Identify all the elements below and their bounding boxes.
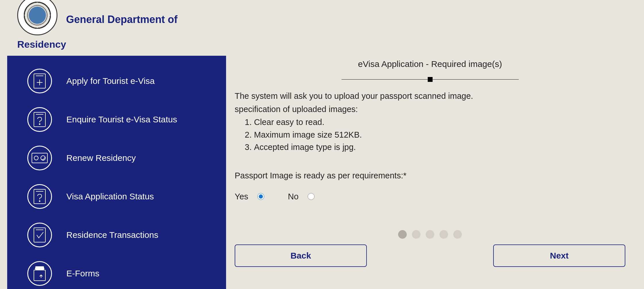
spec-list: Clear easy to read. Maximum image size 5… [245,116,625,154]
sidebar-item-label: Residence Transactions [66,230,158,240]
intro-line-2: specification of uploaded images: [235,103,625,116]
svg-point-6 [39,124,40,125]
button-row: Back Next [235,244,625,267]
id-card-renew-icon [27,146,52,170]
spec-item: Clear easy to read. [245,116,625,129]
svg-point-8 [34,156,38,160]
sidebar-item-enquire-visa[interactable]: Enquire Tourist e-Visa Status [27,107,226,132]
header-title: General Department of [66,14,178,26]
sidebar-item-eforms[interactable]: e-Forms E-Forms [27,261,226,286]
intro-line-1: The system will ask you to upload your p… [235,90,625,103]
step-dot [412,230,421,239]
form-title: eVisa Application - Required image(s) [235,59,625,69]
sidebar: Apply for Tourist e-Visa Enquire Tourist… [7,56,226,289]
radio-yes[interactable] [257,193,264,200]
spec-item: Accepted image type is jpg. [245,141,625,154]
step-dot [426,230,434,239]
sidebar-item-apply-visa[interactable]: Apply for Tourist e-Visa [27,69,226,93]
eforms-document-icon: e-Forms [27,261,52,286]
svg-text:e-Forms: e-Forms [35,267,44,270]
plus-document-icon [27,69,52,93]
svg-rect-15 [34,270,45,281]
sidebar-item-label: Renew Residency [66,153,136,163]
back-button[interactable]: Back [235,244,367,267]
spec-item: Maximum image size 512KB. [245,129,625,141]
radio-no[interactable] [308,193,315,200]
stepper [235,230,625,239]
check-document-icon [27,223,52,247]
step-dot [453,230,462,239]
header: General Department of [0,0,644,39]
question-document-icon [27,107,52,132]
next-button[interactable]: Next [493,244,625,267]
sidebar-item-label: E-Forms [66,269,99,278]
sidebar-item-residence-transactions[interactable]: Residence Transactions [27,223,226,247]
radio-label-no: No [288,192,298,201]
sidebar-item-visa-status[interactable]: Visa Application Status [27,184,226,209]
sidebar-item-label: Visa Application Status [66,192,154,201]
sidebar-item-label: Apply for Tourist e-Visa [66,76,155,86]
svg-point-12 [39,201,40,202]
header-subtitle: Residency [0,39,644,56]
question-document-icon [27,184,52,209]
confirm-label: Passport Image is ready as per requireme… [235,171,625,180]
radio-group: Yes No [235,192,625,201]
step-dot [439,230,448,239]
department-emblem-icon [17,0,57,35]
main-content: eVisa Application - Required image(s) Th… [226,56,640,289]
sidebar-item-label: Enquire Tourist e-Visa Status [66,115,177,124]
sidebar-item-renew-residency[interactable]: Renew Residency [27,146,226,170]
radio-label-yes: Yes [235,192,248,201]
step-dot [398,230,407,239]
title-underline [235,77,625,82]
